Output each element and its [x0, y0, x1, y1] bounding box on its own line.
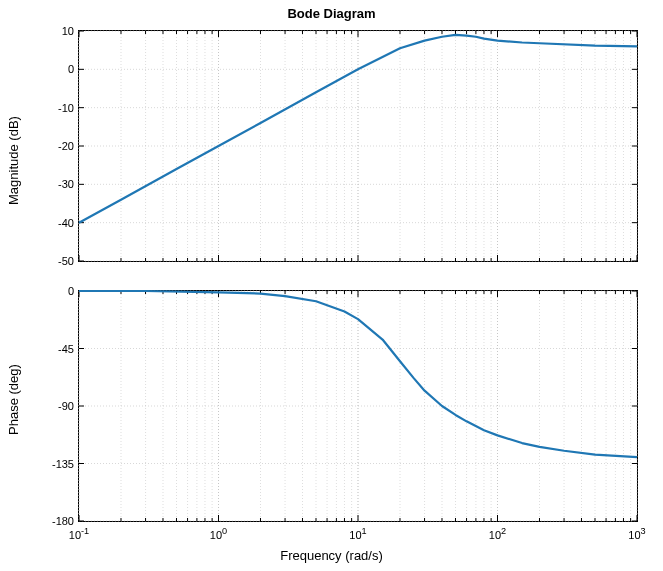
phase-plot: -180-135-90-45010-1100101102103	[78, 290, 638, 522]
x-tick-label: 101	[349, 521, 366, 541]
y-tick-label: -50	[34, 255, 79, 267]
x-axis-label: Frequency (rad/s)	[0, 548, 663, 563]
y-tick-label: -135	[34, 458, 79, 470]
phase-ylabel: Phase (deg)	[6, 364, 21, 435]
y-tick-label: -45	[34, 343, 79, 355]
x-tick-label: 102	[489, 521, 506, 541]
x-tick-label: 100	[210, 521, 227, 541]
y-tick-label: -30	[34, 178, 79, 190]
figure-title: Bode Diagram	[0, 6, 663, 21]
y-tick-label: -20	[34, 140, 79, 152]
magnitude-plot: -50-40-30-20-10010	[78, 30, 638, 262]
y-tick-label: -40	[34, 217, 79, 229]
magnitude-ylabel: Magnitude (dB)	[6, 116, 21, 205]
phase-svg	[79, 291, 637, 521]
bode-figure: Bode Diagram -50-40-30-20-10010 Magnitud…	[0, 0, 663, 571]
y-tick-label: 0	[34, 285, 79, 297]
magnitude-svg	[79, 31, 637, 261]
y-tick-label: 10	[34, 25, 79, 37]
x-tick-label: 10-1	[69, 521, 89, 541]
x-tick-label: 103	[628, 521, 645, 541]
y-tick-label: 0	[34, 63, 79, 75]
y-tick-label: -10	[34, 102, 79, 114]
y-tick-label: -90	[34, 400, 79, 412]
